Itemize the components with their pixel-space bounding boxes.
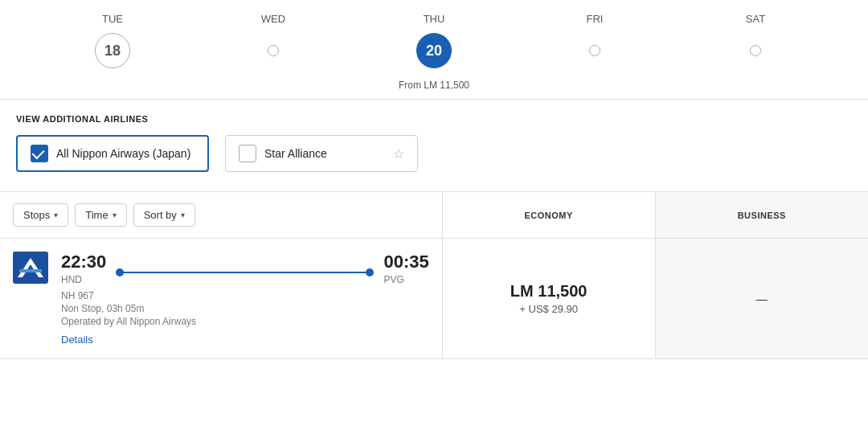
sort-label: Sort by — [144, 209, 177, 221]
day-label-tue: TUE — [102, 13, 123, 25]
date-circle-fri[interactable] — [577, 33, 612, 68]
star-icon: ☆ — [393, 146, 404, 162]
arrive-block: 00:35 PVG — [383, 252, 428, 285]
price-cell: LM 11,500 + US$ 29.90 — [449, 269, 649, 328]
flight-number: NH 967 — [61, 290, 429, 301]
flight-info: 22:30 HND 00:35 PVG — [13, 252, 429, 346]
depart-block: 22:30 HND — [61, 252, 106, 285]
date-circle-sat[interactable] — [738, 33, 773, 68]
day-label-sat: SAT — [746, 13, 765, 25]
date-circle-tue[interactable]: 18 — [95, 33, 130, 68]
economy-cell: LM 11,500 + US$ 29.90 — [442, 239, 655, 359]
flight-details-below: NH 967 Non Stop, 03h 05m Operated by All… — [61, 290, 429, 346]
airline-option-star[interactable]: Star Alliance ☆ — [225, 135, 418, 172]
times-row: 22:30 HND 00:35 PVG — [61, 252, 429, 285]
airlines-checkboxes: All Nippon Airways (Japan) Star Alliance… — [16, 135, 852, 172]
date-circle-wed[interactable] — [256, 33, 291, 68]
checkbox-star — [239, 145, 256, 162]
arrive-airport: PVG — [383, 274, 428, 285]
airline-option-ana[interactable]: All Nippon Airways (Japan) — [16, 135, 209, 172]
arrive-time: 00:35 — [383, 252, 428, 272]
details-link[interactable]: Details — [61, 334, 429, 346]
date-circle-thu[interactable]: 20 — [416, 33, 452, 68]
stops-arrow-icon: ▾ — [54, 211, 58, 219]
sort-arrow-icon: ▾ — [181, 211, 185, 219]
airline-logo — [13, 252, 48, 284]
airline-label-star: Star Alliance — [264, 147, 327, 160]
date-selector-row: TUE 18 WED THU 20 From LM 11,500 FRI SAT — [0, 0, 868, 100]
col-header-economy: ECONOMY — [442, 192, 655, 239]
economy-price: LM 11,500 — [510, 282, 588, 301]
table-row: 22:30 HND 00:35 PVG — [0, 239, 868, 359]
day-label-wed: WED — [261, 13, 285, 25]
day-label-fri: FRI — [587, 13, 604, 25]
flight-stops: Non Stop, 03h 05m — [61, 303, 429, 314]
radio-dot-fri — [589, 45, 600, 56]
time-arrow-icon: ▾ — [113, 211, 117, 219]
flight-time-block: 22:30 HND 00:35 PVG — [61, 252, 429, 346]
results-table: Stops ▾ Time ▾ Sort by ▾ E — [0, 192, 868, 359]
flight-cell: 22:30 HND 00:35 PVG — [0, 239, 442, 359]
svg-rect-2 — [19, 269, 42, 272]
economy-price-sub: + US$ 29.90 — [519, 303, 578, 315]
airlines-title: VIEW ADDITIONAL AIRLINES — [16, 114, 852, 124]
date-col-wed: WED — [217, 13, 330, 68]
stops-label: Stops — [23, 209, 50, 221]
time-label: Time — [85, 209, 108, 221]
flight-line-container — [106, 272, 383, 273]
filter-bar-cell: Stops ▾ Time ▾ Sort by ▾ — [0, 192, 442, 239]
date-col-fri: FRI — [538, 13, 651, 68]
business-placeholder: — — [756, 293, 768, 305]
radio-dot-wed — [268, 45, 279, 56]
svg-rect-0 — [13, 252, 48, 284]
date-col-tue: TUE 18 — [56, 13, 169, 68]
flight-operated: Operated by All Nippon Airways — [61, 316, 429, 327]
radio-dot-sat — [750, 45, 761, 56]
checkbox-ana — [31, 145, 48, 162]
time-filter-btn[interactable]: Time ▾ — [75, 203, 126, 227]
thu-price: From LM 11,500 — [399, 80, 469, 91]
col-header-business: BUSINESS — [655, 192, 868, 239]
sort-filter-btn[interactable]: Sort by ▾ — [133, 203, 195, 227]
airlines-section: VIEW ADDITIONAL AIRLINES All Nippon Airw… — [0, 100, 868, 191]
flight-line — [116, 272, 374, 273]
business-cell: — — [655, 239, 868, 359]
stops-filter-btn[interactable]: Stops ▾ — [13, 203, 68, 227]
date-col-sat: SAT — [699, 13, 812, 68]
day-label-thu: THU — [424, 13, 445, 25]
date-col-thu: THU 20 From LM 11,500 — [378, 13, 490, 91]
depart-airport: HND — [61, 274, 106, 285]
depart-time: 22:30 — [61, 252, 106, 272]
airline-label-ana: All Nippon Airways (Japan) — [56, 147, 190, 160]
